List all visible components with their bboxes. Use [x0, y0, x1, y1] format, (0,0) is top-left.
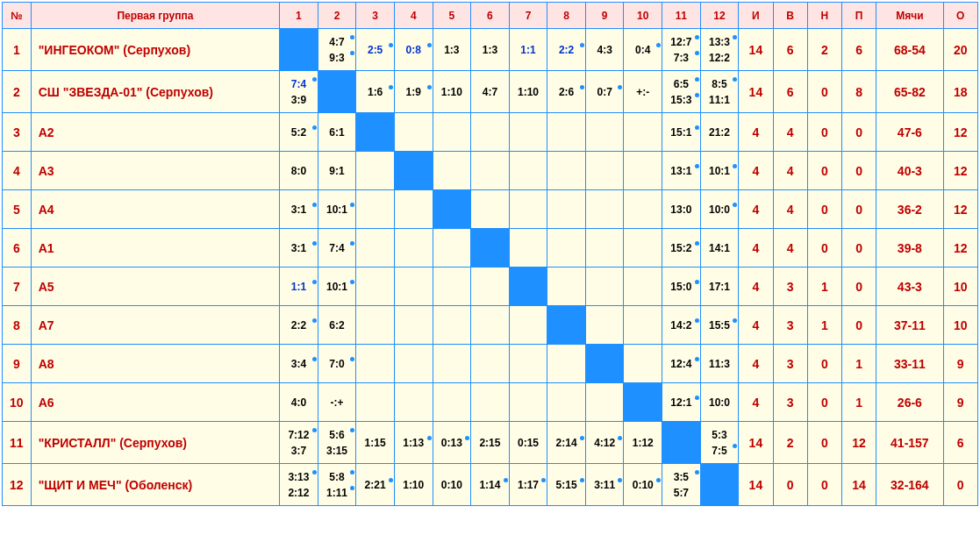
score-cell [585, 229, 624, 268]
stat-cell: 4 [773, 152, 807, 190]
score-value: 17:1 [701, 279, 739, 295]
score-cell [547, 229, 586, 268]
team-name[interactable]: А8 [31, 345, 279, 383]
score-value: 7:0 [318, 356, 356, 372]
score-value: 3:13 [280, 469, 318, 485]
stat-cell: 65-82 [876, 71, 943, 113]
score-value: 0:4 [624, 42, 662, 58]
score-value: 3:15 [318, 443, 356, 459]
team-name[interactable]: А3 [31, 152, 279, 190]
stat-cell: 68-54 [876, 29, 943, 71]
stat-cell: 4 [773, 229, 807, 268]
stat-cell: 14 [739, 71, 773, 113]
score-cell [585, 306, 624, 345]
score-value: 10:0 [701, 395, 739, 410]
col-5: 5 [433, 3, 471, 29]
score-cell [585, 113, 624, 152]
score-value: 1:13 [395, 435, 433, 451]
score-value[interactable]: 7:4 [280, 76, 318, 92]
team-name[interactable]: А4 [31, 190, 279, 229]
score-value: 6:1 [318, 125, 356, 140]
score-value[interactable]: 1:1 [280, 279, 318, 295]
score-cell [624, 113, 662, 152]
score-cell: 10:0 [700, 383, 739, 422]
score-cell: 10:1 [700, 152, 739, 190]
score-cell [356, 383, 395, 422]
col-12: 12 [700, 3, 739, 29]
row-number: 6 [3, 229, 32, 268]
score-value: 21:2 [701, 125, 739, 140]
team-name[interactable]: А2 [31, 113, 279, 152]
stat-cell: 3 [773, 268, 807, 306]
team-name[interactable]: А1 [31, 229, 279, 268]
score-value: 5:7 [662, 485, 700, 501]
score-cell [471, 268, 510, 306]
team-name[interactable]: "ЩИТ И МЕЧ" (Оболенск) [31, 464, 279, 506]
stat-cell: 4 [739, 229, 773, 268]
score-cell: 15:2 [662, 229, 701, 268]
row-number: 12 [3, 464, 32, 506]
diagonal-cell [471, 229, 510, 268]
score-cell: 3:4 [280, 345, 318, 383]
stat-cell: 26-6 [876, 383, 943, 422]
score-cell [356, 345, 395, 383]
score-value: 2:6 [547, 84, 585, 100]
table-row: 10А64:0-:+12:110:0430126-69 [3, 383, 978, 422]
team-name[interactable]: А5 [31, 268, 279, 306]
stat-cell: 4 [739, 152, 773, 190]
score-cell: +:- [624, 71, 662, 113]
score-value: 6:5 [662, 76, 700, 92]
col-9: 9 [585, 3, 624, 29]
score-value: 3:7 [280, 443, 318, 459]
score-cell: 6:2 [318, 306, 356, 345]
stat-cell: 4 [739, 190, 773, 229]
score-value: 1:15 [356, 435, 394, 451]
score-cell: 13:1 [662, 152, 701, 190]
score-cell [585, 152, 624, 190]
stat-cell: 9 [943, 345, 977, 383]
team-name[interactable]: А6 [31, 383, 279, 422]
score-value: 2:21 [356, 477, 394, 493]
score-cell [433, 113, 471, 152]
score-value: 3:4 [280, 356, 318, 372]
stat-cell: 14 [739, 29, 773, 71]
score-value: 7:5 [701, 443, 739, 459]
score-cell [471, 383, 510, 422]
score-cell [471, 113, 510, 152]
score-cell: 12:77:3 [662, 29, 701, 71]
score-cell: 2:15 [471, 422, 510, 464]
score-cell: 1:6 [356, 71, 395, 113]
score-value[interactable]: 2:5 [356, 42, 394, 58]
score-cell [394, 190, 433, 229]
score-cell: 8:511:1 [700, 71, 739, 113]
stat-cell: 14 [739, 422, 773, 464]
stat-cell: 0 [841, 268, 876, 306]
score-cell: 5:63:15 [318, 422, 356, 464]
score-value: 12:1 [662, 395, 700, 410]
score-value: 1:10 [395, 477, 433, 493]
score-value: 5:2 [280, 125, 318, 140]
team-name[interactable]: "КРИСТАЛЛ" (Серпухов) [31, 422, 279, 464]
score-cell: 7:123:7 [280, 422, 318, 464]
row-number: 8 [3, 306, 32, 345]
diagonal-cell [394, 152, 433, 190]
score-value[interactable]: 0:8 [395, 42, 433, 58]
score-cell: 9:1 [318, 152, 356, 190]
team-name[interactable]: СШ "ЗВЕЗДА-01" (Серпухов) [31, 71, 279, 113]
score-value[interactable]: 1:1 [510, 42, 547, 58]
diagonal-cell [280, 29, 318, 71]
score-value: 1:12 [624, 435, 662, 451]
stat-cell: 39-8 [876, 229, 943, 268]
stat-cell: 14 [841, 464, 876, 506]
col-draws: Н [807, 3, 841, 29]
score-value: 10:1 [318, 202, 356, 218]
score-cell: 15:1 [662, 113, 701, 152]
table-row: 2СШ "ЗВЕЗДА-01" (Серпухов)7:43:91:61:91:… [3, 71, 978, 113]
stat-cell: 0 [807, 464, 841, 506]
stat-cell: 0 [807, 71, 841, 113]
score-cell: 0:13 [433, 422, 471, 464]
team-name[interactable]: А7 [31, 306, 279, 345]
team-name[interactable]: "ИНГЕОКОМ" (Серпухов) [31, 29, 279, 71]
score-value[interactable]: 2:2 [547, 42, 585, 58]
row-number: 5 [3, 190, 32, 229]
